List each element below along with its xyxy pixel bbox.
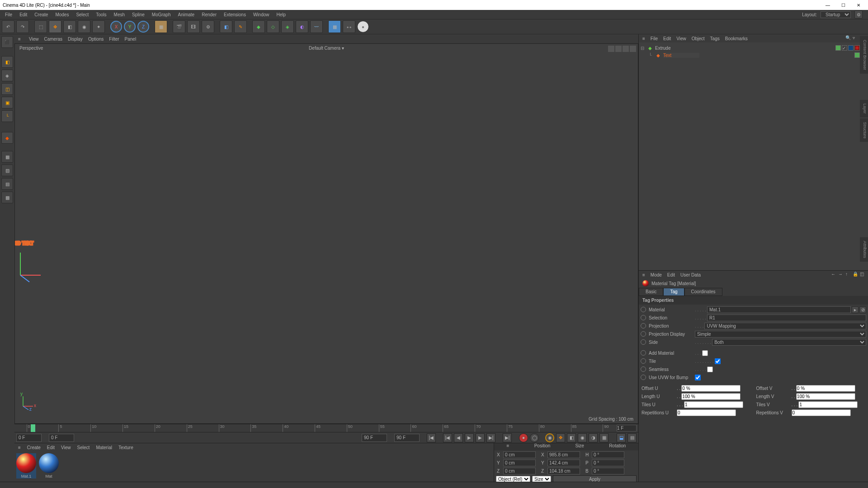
add-material-checkbox[interactable]: [702, 350, 708, 356]
mat-select-menu[interactable]: Select: [77, 445, 90, 450]
keyframe-sel-button[interactable]: ◉: [545, 433, 554, 442]
snap-2[interactable]: ▨: [1, 164, 13, 176]
rot-B[interactable]: [592, 468, 624, 474]
menu-modes[interactable]: Modes: [52, 11, 72, 18]
mat-create-menu[interactable]: Create: [27, 445, 41, 450]
size-Y[interactable]: [547, 460, 580, 466]
size-X[interactable]: [547, 451, 580, 458]
rot-P[interactable]: [592, 460, 624, 466]
range-end[interactable]: [394, 434, 420, 442]
move-tool[interactable]: ✥: [49, 20, 61, 33]
size-Z[interactable]: [547, 468, 580, 474]
cur-start[interactable]: [49, 434, 74, 442]
rotate-tool[interactable]: ◉: [78, 20, 90, 33]
generator-3[interactable]: ◈: [281, 20, 294, 33]
side-tab-structure[interactable]: Structure: [860, 118, 868, 142]
goto-start-button[interactable]: |◀: [427, 433, 436, 442]
model-mode[interactable]: ⬛: [1, 36, 13, 48]
attr-edit-menu[interactable]: Edit: [667, 272, 675, 277]
side-select[interactable]: Both: [712, 339, 866, 346]
axis-x-toggle[interactable]: X: [110, 21, 122, 33]
side-tab-layer[interactable]: Layer: [860, 100, 868, 117]
next-key-button[interactable]: ▶|: [486, 433, 495, 442]
reps-v-field[interactable]: [792, 409, 851, 416]
primitive-cube-button[interactable]: ◧: [220, 20, 232, 33]
key-pla-button[interactable]: ▦: [599, 433, 609, 442]
record-button[interactable]: ●: [519, 433, 528, 442]
render-active-button[interactable]: 🎞: [187, 20, 200, 33]
visibility-tag[interactable]: [835, 45, 841, 51]
attr-mode-menu[interactable]: Mode: [651, 272, 662, 277]
generator-2[interactable]: ◇: [267, 20, 279, 33]
layout-settings-icon[interactable]: ⚙: [854, 10, 863, 19]
menu-create[interactable]: Create: [31, 11, 51, 18]
attr-tab-coordinates[interactable]: Coordinates: [684, 288, 722, 296]
obj-row-extrude[interactable]: ⊟◆Extrude✓: [641, 44, 866, 52]
key-rot-button[interactable]: ◉: [578, 433, 587, 442]
visibility-tag[interactable]: [854, 52, 860, 58]
primitive-pen-button[interactable]: ✎: [234, 20, 247, 33]
menu-mesh[interactable]: Mesh: [111, 11, 128, 18]
workplane-mode[interactable]: ◈: [1, 70, 13, 81]
menu-edit[interactable]: Edit: [16, 11, 30, 18]
render-picture-button[interactable]: 🎬: [173, 20, 185, 33]
material-tag-icon[interactable]: [854, 45, 860, 51]
material-clear-icon[interactable]: ⊘: [859, 306, 866, 313]
menu-window[interactable]: Window: [250, 11, 273, 18]
offset-v-field[interactable]: [796, 385, 855, 392]
key-param-button[interactable]: ◑: [589, 433, 598, 442]
obj-edit-menu[interactable]: Edit: [663, 36, 671, 41]
filter-menu[interactable]: Filter: [109, 37, 119, 42]
snap-1[interactable]: ▦: [1, 151, 13, 163]
world-axis-toggle[interactable]: ▦: [155, 20, 167, 33]
cameras-menu[interactable]: Cameras: [44, 37, 63, 42]
side-tab-attributes[interactable]: Attributes: [860, 237, 868, 262]
playhead[interactable]: [31, 424, 35, 432]
uvw-bump-checkbox[interactable]: [695, 375, 701, 380]
mat-edit-menu[interactable]: Edit: [47, 445, 55, 450]
mat-texture-menu[interactable]: Texture: [118, 445, 133, 450]
attr-tab-basic[interactable]: Basic: [639, 288, 663, 296]
play-button[interactable]: ▶: [465, 433, 474, 442]
cur-end[interactable]: [362, 434, 387, 442]
key-pos-button[interactable]: ✥: [556, 433, 565, 442]
material-slot-Mat.1[interactable]: Mat.1: [16, 453, 36, 479]
maximize-button[interactable]: ☐: [836, 1, 850, 9]
selection-field[interactable]: [707, 314, 866, 321]
pos-X[interactable]: [503, 451, 536, 458]
prev-key-button[interactable]: |◀: [443, 433, 452, 442]
close-button[interactable]: ✕: [852, 1, 865, 9]
seamless-checkbox[interactable]: [707, 366, 713, 372]
menu-animate[interactable]: Animate: [175, 11, 198, 18]
attr-back-icon[interactable]: ←: [831, 272, 837, 278]
select-tool[interactable]: ⬚: [34, 20, 47, 33]
viewport[interactable]: Perspective Default Camera ▾ 3D TEXT: [14, 43, 638, 424]
prev-frame-button[interactable]: ◀: [454, 433, 463, 442]
obj-file-menu[interactable]: File: [651, 36, 658, 41]
range-start[interactable]: [16, 434, 42, 442]
render-settings-button[interactable]: ⚙: [202, 20, 214, 33]
undo-button[interactable]: ↶: [2, 20, 14, 33]
viewport-nav-3[interactable]: [623, 46, 629, 52]
attr-new-icon[interactable]: ◫: [860, 272, 866, 278]
cineware-button[interactable]: ⬓: [617, 433, 626, 442]
layout-select[interactable]: Startup: [821, 11, 851, 18]
obj-object-menu[interactable]: Object: [692, 36, 705, 41]
attr-fwd-icon[interactable]: →: [838, 272, 844, 278]
material-slot-Mat[interactable]: Mat: [39, 453, 59, 479]
floor-button[interactable]: ▦: [328, 20, 341, 33]
tile-checkbox[interactable]: [715, 358, 721, 364]
polygon-mode[interactable]: ▣: [1, 97, 13, 108]
menu-extensions[interactable]: Extensions: [221, 11, 249, 18]
obj-row-text[interactable]: └◆Text✓: [641, 52, 866, 59]
attr-up-icon[interactable]: ↑: [845, 272, 852, 278]
viewport-nav-1[interactable]: [608, 46, 614, 52]
menu-select[interactable]: Select: [73, 11, 92, 18]
length-v-field[interactable]: [796, 393, 855, 400]
menu-tools[interactable]: Tools: [93, 11, 109, 18]
panel-menu[interactable]: Panel: [125, 37, 137, 42]
enable-axis[interactable]: ◆: [1, 132, 13, 144]
last-tool[interactable]: ✦: [92, 20, 105, 33]
obj-tags-menu[interactable]: Tags: [710, 36, 720, 41]
redo-button[interactable]: ↷: [16, 20, 29, 33]
